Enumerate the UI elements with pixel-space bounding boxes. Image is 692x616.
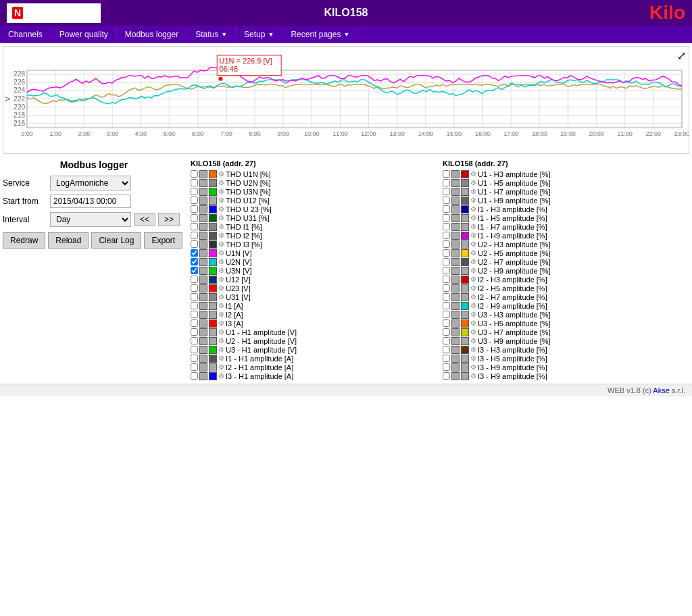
channel-checkbox[interactable] bbox=[191, 276, 198, 283]
gear-icon[interactable]: ⚙ bbox=[218, 276, 224, 283]
gear-icon[interactable]: ⚙ bbox=[218, 205, 224, 213]
gear-icon[interactable]: ⚙ bbox=[470, 346, 476, 353]
channel-checkbox[interactable] bbox=[191, 258, 198, 265]
gear-icon[interactable]: ⚙ bbox=[470, 276, 476, 283]
gear-icon[interactable]: ⚙ bbox=[470, 311, 476, 318]
nav-item-recent-pages[interactable]: Recent pages▼ bbox=[282, 26, 358, 43]
channel-checkbox[interactable] bbox=[443, 188, 450, 195]
start-input[interactable] bbox=[50, 195, 131, 208]
service-select[interactable]: LogArmoniche bbox=[50, 176, 131, 190]
clear-log-button[interactable]: Clear Log bbox=[91, 232, 141, 249]
channel-checkbox[interactable] bbox=[443, 205, 450, 213]
channel-checkbox[interactable] bbox=[443, 346, 450, 353]
channel-checkbox[interactable] bbox=[191, 346, 198, 353]
gear-icon[interactable]: ⚙ bbox=[218, 188, 224, 195]
channel-checkbox[interactable] bbox=[443, 240, 450, 248]
export-button[interactable]: Export bbox=[144, 232, 182, 249]
channel-checkbox[interactable] bbox=[443, 319, 450, 327]
channel-checkbox[interactable] bbox=[443, 179, 450, 186]
gear-icon[interactable]: ⚙ bbox=[218, 346, 224, 353]
channel-checkbox[interactable] bbox=[443, 284, 450, 292]
gear-icon[interactable]: ⚙ bbox=[218, 249, 224, 257]
gear-icon[interactable]: ⚙ bbox=[470, 293, 476, 301]
gear-icon[interactable]: ⚙ bbox=[218, 328, 224, 336]
gear-icon[interactable]: ⚙ bbox=[470, 258, 476, 265]
channel-checkbox[interactable] bbox=[443, 311, 450, 318]
gear-icon[interactable]: ⚙ bbox=[470, 205, 476, 213]
channel-checkbox[interactable] bbox=[191, 293, 198, 301]
gear-icon[interactable]: ⚙ bbox=[218, 223, 224, 230]
gear-icon[interactable]: ⚙ bbox=[218, 179, 224, 186]
gear-icon[interactable]: ⚙ bbox=[470, 284, 476, 292]
gear-icon[interactable]: ⚙ bbox=[470, 214, 476, 222]
gear-icon[interactable]: ⚙ bbox=[218, 284, 224, 292]
channel-checkbox[interactable] bbox=[443, 232, 450, 239]
gear-icon[interactable]: ⚙ bbox=[470, 223, 476, 230]
channel-checkbox[interactable] bbox=[191, 302, 198, 309]
gear-icon[interactable]: ⚙ bbox=[218, 311, 224, 318]
channel-checkbox[interactable] bbox=[191, 337, 198, 344]
gear-icon[interactable]: ⚙ bbox=[218, 337, 224, 344]
gear-icon[interactable]: ⚙ bbox=[470, 232, 476, 239]
channel-checkbox[interactable] bbox=[191, 170, 198, 178]
interval-select[interactable]: Day bbox=[50, 212, 131, 227]
gear-icon[interactable]: ⚙ bbox=[470, 337, 476, 344]
gear-icon[interactable]: ⚙ bbox=[218, 240, 224, 248]
channel-checkbox[interactable] bbox=[191, 355, 198, 362]
channel-checkbox[interactable] bbox=[191, 311, 198, 318]
channel-checkbox[interactable] bbox=[443, 372, 450, 380]
channel-checkbox[interactable] bbox=[443, 197, 450, 204]
channel-checkbox[interactable] bbox=[191, 249, 198, 257]
gear-icon[interactable]: ⚙ bbox=[470, 302, 476, 309]
channel-checkbox[interactable] bbox=[191, 319, 198, 327]
channel-checkbox[interactable] bbox=[443, 302, 450, 309]
nav-item-channels[interactable]: Channels bbox=[0, 26, 51, 43]
gear-icon[interactable]: ⚙ bbox=[218, 214, 224, 222]
channel-checkbox[interactable] bbox=[191, 372, 198, 380]
gear-icon[interactable]: ⚙ bbox=[470, 355, 476, 362]
channel-checkbox[interactable] bbox=[443, 258, 450, 265]
nav-item-modbus-logger[interactable]: Modbus logger bbox=[117, 26, 187, 43]
gear-icon[interactable]: ⚙ bbox=[218, 293, 224, 301]
gear-icon[interactable]: ⚙ bbox=[218, 232, 224, 239]
channel-checkbox[interactable] bbox=[443, 363, 450, 371]
gear-icon[interactable]: ⚙ bbox=[218, 372, 224, 380]
redraw-button[interactable]: Redraw bbox=[3, 232, 45, 249]
channel-checkbox[interactable] bbox=[443, 267, 450, 274]
channel-checkbox[interactable] bbox=[443, 214, 450, 222]
channel-checkbox[interactable] bbox=[191, 240, 198, 248]
gear-icon[interactable]: ⚙ bbox=[470, 197, 476, 204]
nav-item-setup[interactable]: Setup▼ bbox=[236, 26, 282, 43]
gear-icon[interactable]: ⚙ bbox=[470, 372, 476, 380]
gear-icon[interactable]: ⚙ bbox=[218, 258, 224, 265]
channel-checkbox[interactable] bbox=[443, 276, 450, 283]
channel-checkbox[interactable] bbox=[443, 355, 450, 362]
channel-checkbox[interactable] bbox=[443, 293, 450, 301]
channel-checkbox[interactable] bbox=[191, 205, 198, 213]
channel-checkbox[interactable] bbox=[191, 214, 198, 222]
gear-icon[interactable]: ⚙ bbox=[218, 363, 224, 371]
channel-checkbox[interactable] bbox=[191, 363, 198, 371]
gear-icon[interactable]: ⚙ bbox=[218, 355, 224, 362]
nav-item-status[interactable]: Status▼ bbox=[187, 26, 236, 43]
channel-checkbox[interactable] bbox=[191, 179, 198, 186]
channel-checkbox[interactable] bbox=[443, 337, 450, 344]
expand-icon[interactable]: ⤢ bbox=[677, 49, 686, 62]
gear-icon[interactable]: ⚙ bbox=[470, 319, 476, 327]
channel-checkbox[interactable] bbox=[191, 223, 198, 230]
channel-checkbox[interactable] bbox=[443, 223, 450, 230]
channel-checkbox[interactable] bbox=[191, 197, 198, 204]
channel-checkbox[interactable] bbox=[191, 188, 198, 195]
gear-icon[interactable]: ⚙ bbox=[470, 179, 476, 186]
channel-checkbox[interactable] bbox=[191, 284, 198, 292]
gear-icon[interactable]: ⚙ bbox=[470, 267, 476, 274]
gear-icon[interactable]: ⚙ bbox=[470, 240, 476, 248]
gear-icon[interactable]: ⚙ bbox=[470, 249, 476, 257]
channel-checkbox[interactable] bbox=[443, 170, 450, 178]
channel-checkbox[interactable] bbox=[443, 249, 450, 257]
channel-checkbox[interactable] bbox=[191, 328, 198, 336]
prev-button[interactable]: << bbox=[134, 213, 155, 226]
gear-icon[interactable]: ⚙ bbox=[470, 328, 476, 336]
channel-checkbox[interactable] bbox=[191, 232, 198, 239]
nav-item-power-quality[interactable]: Power quality bbox=[51, 26, 117, 43]
